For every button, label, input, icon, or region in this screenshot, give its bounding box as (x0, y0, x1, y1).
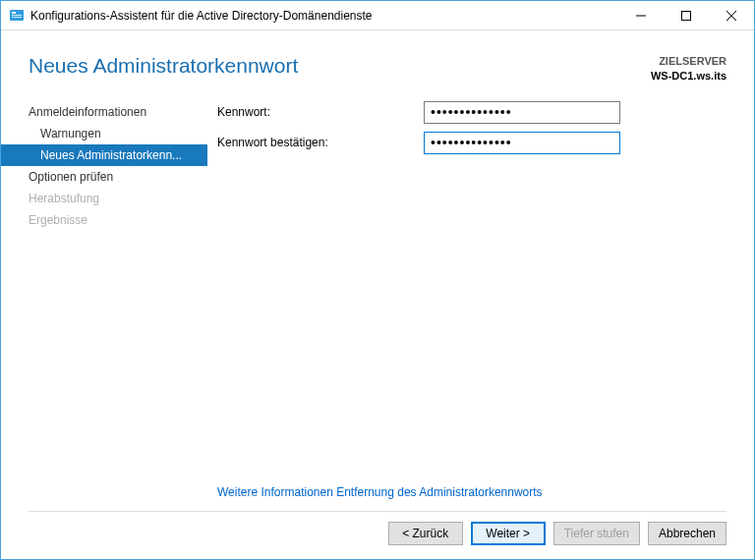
more-info-link[interactable]: Weitere Informationen Entfernung des Adm… (217, 477, 726, 507)
app-icon (9, 8, 25, 24)
wizard-steps-sidebar: Anmeldeinformationen Warnungen Neues Adm… (1, 101, 207, 507)
window-title: Konfigurations-Assistent für die Active … (30, 9, 618, 23)
row-password: Kennwort: (217, 101, 726, 124)
step-demotion: Herabstufung (1, 188, 207, 209)
confirm-password-label: Kennwort bestätigen: (217, 136, 424, 149)
svg-rect-3 (12, 17, 22, 18)
close-button[interactable] (709, 1, 754, 30)
step-review-options[interactable]: Optionen prüfen (1, 166, 207, 188)
svg-rect-1 (12, 12, 16, 14)
row-confirm-password: Kennwort bestätigen: (217, 132, 726, 154)
footer-separator (29, 511, 726, 512)
target-server-name: WS-DC1.ws.its (651, 69, 726, 84)
demote-button: Tiefer stufen (553, 522, 640, 545)
wizard-body: Neues Administratorkennwort ZIELSERVER W… (1, 30, 754, 559)
step-new-admin-password[interactable]: Neues Administratorkenn... (1, 144, 207, 166)
step-credentials[interactable]: Anmeldeinformationen (1, 101, 207, 123)
maximize-button[interactable] (664, 1, 709, 30)
titlebar: Konfigurations-Assistent für die Active … (1, 1, 754, 30)
back-button[interactable]: < Zurück (388, 522, 463, 545)
password-label: Kennwort: (217, 105, 424, 119)
footer-buttons: < Zurück Weiter > Tiefer stufen Abbreche… (1, 522, 754, 551)
next-button[interactable]: Weiter > (471, 522, 546, 545)
wizard-window: Konfigurations-Assistent für die Active … (0, 0, 755, 560)
target-server-block: ZIELSERVER WS-DC1.ws.its (651, 54, 726, 84)
step-warnings[interactable]: Warnungen (1, 123, 207, 144)
target-server-label: ZIELSERVER (651, 54, 726, 69)
content-spacer (217, 162, 726, 477)
confirm-password-input[interactable] (424, 132, 620, 154)
step-results: Ergebnisse (1, 209, 207, 231)
middle-area: Anmeldeinformationen Warnungen Neues Adm… (1, 101, 754, 507)
minimize-button[interactable] (618, 1, 664, 30)
password-input[interactable] (424, 101, 620, 124)
page-title: Neues Administratorkennwort (29, 54, 651, 78)
content-pane: Kennwort: Kennwort bestätigen: Weitere I… (207, 101, 754, 507)
cancel-button[interactable]: Abbrechen (648, 522, 726, 545)
header-area: Neues Administratorkennwort ZIELSERVER W… (1, 30, 754, 101)
svg-rect-2 (12, 15, 22, 16)
svg-rect-5 (682, 11, 691, 20)
